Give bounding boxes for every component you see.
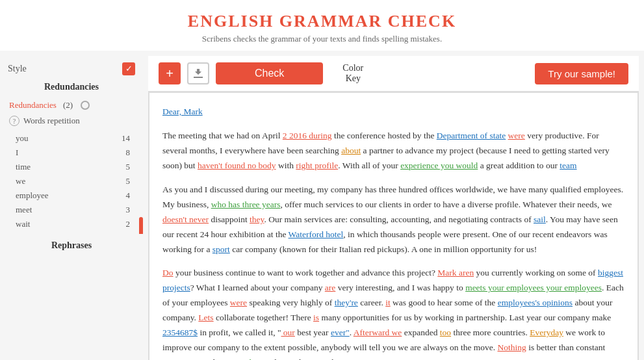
title-accent: GRAMMAR CHECK — [279, 12, 456, 31]
error-they[interactable]: they — [250, 214, 264, 224]
main-container: Style Redundancies Redundancies (2) ? Wo… — [0, 51, 644, 360]
right-panel: + Check Color Key Try our sample! Dear, … — [143, 51, 644, 360]
error-were2[interactable]: were — [230, 298, 247, 307]
suggestion-works[interactable]: works — [235, 357, 257, 360]
scroll-indicator — [139, 217, 143, 234]
link-team[interactable]: team — [560, 161, 576, 170]
suggestion-experience[interactable]: experience you would — [400, 161, 478, 170]
page-subtitle: Scribens checks the grammar of your text… — [0, 34, 644, 44]
link-sport[interactable]: sport — [213, 244, 230, 254]
word: employee — [16, 190, 49, 201]
word-list: you14 I8 time5 we5 employee4 meet3 wait … — [0, 131, 143, 231]
count: 5 — [126, 176, 131, 186]
error-it[interactable]: it — [385, 298, 391, 307]
redundancies-radio[interactable] — [81, 101, 90, 110]
editor-area[interactable]: Dear, Mark The meeting that we had on Ap… — [149, 92, 638, 360]
page-header: ENGLISH GRAMMAR CHECK Scribens checks th… — [0, 0, 644, 51]
link-opinions[interactable]: employees's opinions — [498, 298, 573, 307]
question-icon: ? — [9, 116, 19, 126]
word: meet — [16, 205, 32, 215]
link-theyre[interactable]: they're — [335, 298, 358, 307]
word: I — [16, 148, 18, 158]
error-is[interactable]: is — [313, 313, 319, 322]
count: 14 — [122, 133, 130, 144]
style-section-header: Style — [8, 62, 135, 75]
error-do[interactable]: Do — [162, 268, 174, 277]
svg-marker-1 — [195, 69, 201, 75]
suggestion-meets[interactable]: meets your employees your employees — [465, 283, 602, 292]
redundancies-title: Redundancies — [0, 82, 143, 92]
editor-container: Dear, Mark The meeting that we had on Ap… — [148, 92, 639, 360]
title-plain: ENGLISH — [188, 12, 279, 31]
redundancies-item-label: Redundancies — [9, 100, 57, 110]
words-repetition-item[interactable]: ? Words repetition — [0, 113, 143, 129]
error-nothing[interactable]: Nothing — [498, 342, 526, 352]
words-repetition-label: Words repetition — [23, 116, 80, 126]
check-button[interactable]: Check — [216, 62, 323, 84]
redundancies-item[interactable]: Redundancies (2) — [0, 97, 143, 113]
word: we — [16, 176, 25, 186]
link-waterford[interactable]: Waterford hotel — [289, 229, 344, 239]
list-item[interactable]: time5 — [0, 160, 143, 174]
error-lets[interactable]: Lets — [198, 313, 213, 322]
error-too[interactable]: too — [440, 328, 451, 337]
link-ever[interactable]: ever" — [331, 328, 350, 337]
error-mark-aren[interactable]: Mark aren — [437, 268, 474, 277]
paragraph-3: Do your business continue to want to wor… — [162, 266, 625, 360]
redundancies-count: (2) — [63, 100, 73, 110]
link-sail[interactable]: sail — [534, 214, 546, 224]
error-right-profile[interactable]: right profile — [296, 161, 338, 170]
color-key-line2: Key — [342, 73, 363, 84]
error-nobody[interactable]: haven't found no body — [198, 161, 276, 170]
error-our[interactable]: our — [281, 328, 294, 337]
salutation-link[interactable]: Dear, Mark — [162, 107, 203, 116]
sample-button[interactable]: Try our sample! — [535, 63, 628, 84]
download-icon — [192, 68, 204, 79]
download-button[interactable] — [187, 62, 209, 84]
count: 3 — [126, 205, 131, 215]
suggestion-who[interactable]: who has three years — [211, 199, 281, 209]
list-item[interactable]: I8 — [0, 146, 143, 160]
style-checkbox[interactable] — [122, 62, 135, 75]
link-amount[interactable]: 2354687$ — [162, 328, 198, 337]
list-item[interactable]: meet3 — [0, 203, 143, 217]
word: you — [16, 133, 29, 144]
color-key-line1: Color — [342, 63, 363, 73]
error-are[interactable]: are — [325, 283, 335, 292]
link-dept[interactable]: Department of state — [437, 131, 506, 140]
error-were[interactable]: were — [508, 131, 525, 140]
svg-rect-0 — [194, 77, 203, 78]
count: 2 — [126, 219, 131, 229]
error-doesnt[interactable]: doesn't never — [162, 214, 209, 224]
word: time — [16, 162, 31, 172]
list-item[interactable]: employee4 — [0, 188, 143, 203]
count: 4 — [126, 190, 131, 201]
list-item[interactable]: we5 — [0, 174, 143, 188]
error-everyday[interactable]: Everyday — [530, 328, 563, 337]
error-about[interactable]: about — [341, 146, 361, 155]
count: 5 — [126, 162, 131, 172]
style-label: Style — [8, 64, 27, 74]
list-item[interactable]: wait 2 — [0, 217, 143, 231]
color-key[interactable]: Color Key — [342, 63, 363, 84]
add-button[interactable]: + — [159, 62, 181, 84]
list-item[interactable]: you14 — [0, 131, 143, 146]
rephrases-title: Rephrases — [0, 240, 143, 251]
sidebar: Style Redundancies Redundancies (2) ? Wo… — [0, 51, 143, 360]
word-list-container: you14 I8 time5 we5 employee4 meet3 wait … — [0, 129, 143, 234]
count: 8 — [126, 148, 131, 158]
error-afterward[interactable]: Afterward we — [354, 328, 402, 337]
error-date[interactable]: 2 2016 during — [283, 131, 332, 140]
salutation-line: Dear, Mark — [162, 105, 625, 120]
paragraph-1: The meeting that we had on April 2 2016 … — [162, 129, 625, 174]
paragraph-2: As you and I discussed during our meetin… — [162, 183, 625, 257]
page-title: ENGLISH GRAMMAR CHECK — [0, 12, 644, 31]
toolbar: + Check Color Key Try our sample! — [148, 56, 639, 92]
word: wait — [16, 219, 30, 229]
